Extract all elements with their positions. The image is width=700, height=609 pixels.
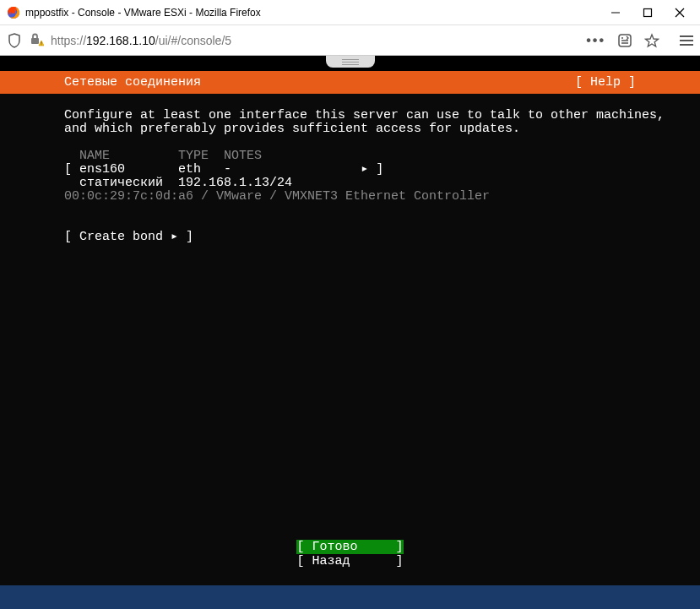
back-button[interactable]: [ Назад ] (296, 554, 403, 568)
firefox-icon (7, 6, 20, 19)
reader-icon[interactable] (617, 33, 632, 48)
terminal-area[interactable]: Configure at least one interface this se… (0, 94, 700, 572)
window-titlebar: mppostfix - Console - VMware ESXi - Mozi… (0, 0, 700, 25)
address-bar: https://192.168.1.10/ui/#/console/5 ••• (0, 25, 700, 56)
description-line2: and which preferably provides sufficient… (64, 122, 685, 136)
address-bar-actions: ••• (586, 33, 693, 48)
shield-icon[interactable] (7, 33, 22, 48)
svg-point-7 (41, 44, 41, 45)
create-bond-button[interactable]: [ Create bond ▸ ] (64, 231, 685, 244)
interface-static-line: статический 192.168.1.13/24 (64, 176, 292, 190)
interface-table: NAME TYPE NOTES [ ens160 eth - ▸ ] стати… (64, 150, 685, 204)
description-text: Configure at least one interface this se… (64, 109, 685, 136)
more-actions-icon[interactable]: ••• (586, 33, 605, 48)
interface-mac-line: 00:0c:29:7c:0d:a6 / VMware / VMXNET3 Eth… (64, 189, 490, 204)
svg-rect-5 (31, 38, 39, 44)
console-bottom-bar (0, 585, 700, 609)
url-host: 192.168.1.10 (86, 34, 155, 47)
titlebar-left: mppostfix - Console - VMware ESXi - Mozi… (7, 6, 261, 19)
console-drag-handle[interactable] (326, 56, 375, 68)
console-title: Сетевые соединения (64, 75, 201, 90)
window-controls (607, 4, 693, 21)
svg-rect-2 (644, 8, 652, 16)
minimize-button[interactable] (607, 4, 624, 21)
console-top-bar (0, 56, 700, 71)
url-path: /ui/#/console/5 (155, 34, 231, 47)
bottom-button-group: [ Готово ] [ Назад ] (0, 540, 700, 568)
bookmark-star-icon[interactable] (644, 33, 659, 48)
url-display[interactable]: https://192.168.1.10/ui/#/console/5 (51, 34, 579, 47)
table-header: NAME TYPE NOTES (64, 149, 262, 163)
vmware-console: Сетевые соединения [ Help ] Configure at… (0, 56, 700, 609)
description-line1: Configure at least one interface this se… (64, 109, 685, 122)
hamburger-menu-icon[interactable] (680, 35, 693, 46)
url-protocol: https:// (51, 34, 86, 47)
interface-row[interactable]: [ ens160 eth - ▸ ] (64, 162, 383, 177)
ready-button[interactable]: [ Готово ] (296, 540, 403, 554)
console-header-bar: Сетевые соединения [ Help ] (0, 71, 700, 94)
maximize-button[interactable] (639, 4, 656, 21)
lock-warning-icon[interactable] (29, 31, 44, 49)
window-title: mppostfix - Console - VMware ESXi - Mozi… (25, 7, 261, 19)
help-button[interactable]: [ Help ] (575, 75, 636, 90)
close-button[interactable] (671, 4, 688, 21)
